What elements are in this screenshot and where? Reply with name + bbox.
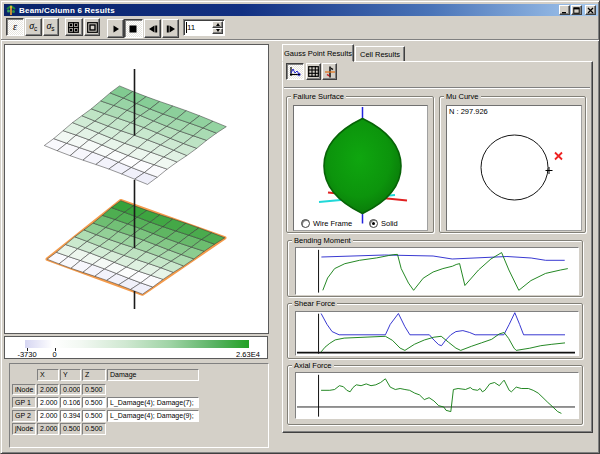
axial-force-group: Axial Force — [287, 365, 583, 425]
3d-scene-canvas — [5, 45, 268, 333]
table-cell-x: 2.000 — [37, 410, 59, 422]
table-row-label: GP 2 — [12, 410, 36, 422]
single-view-icon — [87, 22, 98, 33]
color-scale-legend: -373002.63E4 — [4, 336, 268, 359]
table-cell-damage: L_Damage(4); Damage(9); — [107, 410, 199, 422]
mu-curve-title: Mu Curve — [444, 92, 481, 101]
tab-label: Gauss Point Results — [284, 49, 352, 58]
table-header-z: Z — [82, 369, 106, 381]
color-scale-label: 0 — [52, 350, 56, 359]
solid-radio-label: Solid — [381, 219, 398, 228]
table-cell-y: 0.000 — [60, 384, 81, 396]
step-back-button[interactable] — [144, 19, 161, 38]
gauss-point-table: XYZDamageiNode2.0000.0000.500GP 12.0000.… — [9, 363, 269, 448]
stop-button[interactable] — [124, 19, 143, 38]
table-cell-y: 0.106 — [60, 397, 81, 409]
titlebar: Beam/Column 6 Results — [4, 4, 598, 16]
axial-value-label: N : 297.926 — [449, 107, 488, 116]
plot-view-icon — [289, 66, 301, 77]
play-icon — [112, 25, 120, 33]
mu-curve-group: Mu Curve N : 297.926 — [439, 96, 586, 233]
step-number-input[interactable]: 11 — [183, 19, 225, 36]
step-forward-button[interactable] — [162, 19, 179, 38]
table-header-y: Y — [60, 369, 81, 381]
minimize-icon — [561, 7, 568, 14]
solid-radio[interactable]: Solid — [369, 219, 398, 228]
shear-force-group: Shear Force — [287, 303, 583, 359]
failure-surface-canvas — [294, 106, 427, 230]
stop-icon — [129, 25, 137, 33]
step-back-icon — [148, 25, 158, 33]
table-header-x: X — [37, 369, 59, 381]
solid-radio-circle — [369, 219, 378, 228]
table-cell-x: 2.000 — [37, 397, 59, 409]
tab-cell-results[interactable]: Cell Results — [355, 46, 405, 62]
table-view-button[interactable] — [306, 63, 321, 80]
interaction-diagram-icon — [324, 66, 336, 78]
shear-force-canvas — [296, 312, 578, 355]
3d-viewport[interactable] — [4, 44, 269, 334]
table-row-label: GP 1 — [12, 397, 36, 409]
mu-curve-canvas — [447, 106, 581, 230]
table-cell-y: 0.500 — [60, 423, 81, 435]
wireframe-radio-circle — [301, 219, 310, 228]
right-toolbar-separator — [284, 87, 590, 89]
maximize-icon — [573, 7, 580, 14]
spin-down-button[interactable] — [212, 28, 223, 35]
plot-view-button[interactable] — [286, 63, 304, 80]
table-cell-x: 2.000 — [37, 384, 59, 396]
shear-force-chart — [295, 311, 579, 356]
table-row-label: jNode — [12, 423, 36, 435]
table-cell-damage: L_Damage(4); Damage(7); — [107, 397, 199, 409]
axial-force-chart — [295, 372, 579, 419]
strain-label: ε — [13, 22, 17, 32]
toolbar-separator — [1, 39, 600, 41]
sigma-c-label: σc — [29, 21, 37, 33]
sigma-s-label: σs — [46, 21, 54, 33]
table-view-icon — [308, 66, 319, 77]
bending-moment-group: Bending Moment — [287, 240, 583, 297]
interaction-diagram-button[interactable] — [322, 63, 337, 80]
wireframe-radio-label: Wire Frame — [313, 219, 352, 228]
close-button[interactable] — [585, 5, 596, 15]
spin-up-icon — [216, 23, 220, 26]
table-row-label: iNode — [12, 384, 36, 396]
window: Beam/Column 6 Results ε σc σs — [0, 0, 600, 454]
app-icon — [6, 5, 16, 15]
table-header-damage: Damage — [107, 369, 199, 381]
tab-label: Cell Results — [360, 50, 400, 59]
bending-moment-title: Bending Moment — [292, 236, 353, 245]
table-cell-z: 0.500 — [82, 410, 106, 422]
color-gradient-bar — [25, 340, 249, 348]
spin-down-icon — [216, 29, 220, 32]
tile-views-button[interactable] — [65, 18, 83, 36]
step-number-value: 11 — [187, 23, 195, 32]
failure-surface-title: Failure Surface — [291, 92, 346, 101]
color-scale-label: -3730 — [17, 350, 36, 359]
strain-button[interactable]: ε — [6, 18, 24, 36]
page-title: Beam/Column 6 Results — [19, 6, 115, 15]
bending-moment-chart — [295, 247, 579, 295]
table-cell-z: 0.500 — [82, 423, 106, 435]
minimize-button[interactable] — [559, 5, 570, 15]
table-cell-z: 0.500 — [82, 397, 106, 409]
table-cell-z: 0.500 — [82, 384, 106, 396]
wireframe-radio[interactable]: Wire Frame — [301, 219, 352, 228]
shear-force-title: Shear Force — [292, 299, 337, 308]
tab-gauss-point-results[interactable]: Gauss Point Results — [282, 44, 354, 62]
failure-surface-viewport[interactable]: Wire Frame Solid — [293, 105, 428, 231]
table-cell-y: 0.394 — [60, 410, 81, 422]
step-forward-icon — [166, 25, 176, 33]
tile-views-icon — [68, 22, 79, 33]
bending-moment-canvas — [296, 248, 578, 294]
sigma-s-button[interactable]: σs — [43, 18, 59, 36]
color-scale-label: 2.63E4 — [236, 350, 260, 359]
single-view-button[interactable] — [84, 18, 100, 36]
play-button[interactable] — [107, 19, 124, 38]
table-cell-x: 2.000 — [37, 423, 59, 435]
sigma-c-button[interactable]: σc — [25, 18, 43, 36]
maximize-button[interactable] — [571, 5, 582, 15]
spinner — [212, 21, 223, 34]
close-icon — [587, 7, 594, 14]
mu-curve-plot: N : 297.926 — [446, 105, 582, 231]
